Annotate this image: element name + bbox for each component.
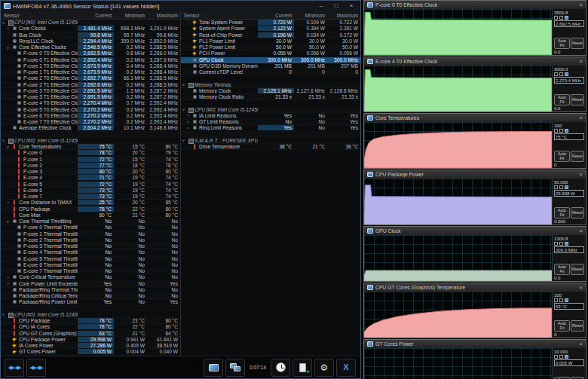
sensor-row[interactable]: P-core 3 T0 Effective Clock2,691.5 MHz1.…	[1, 88, 180, 94]
graph-titlebar[interactable]: P-core 0 T0 Effective Clock×	[364, 1, 586, 9]
sensor-row[interactable]: Rest-of-Chip Power0.196 W0.034 W0.172 W	[181, 32, 360, 38]
sensor-group-row[interactable]: vCPU [#0]: Intel Core i5-12450H: Perform…	[181, 107, 360, 113]
graph-checkbox[interactable]	[559, 129, 563, 133]
sensor-row[interactable]: Average Effective Clock2,604.2 MHz10.1 M…	[1, 125, 180, 131]
graph-checkbox[interactable]	[554, 129, 558, 133]
graph-titlebar[interactable]: CPU Package Power×	[364, 170, 586, 179]
sensor-row[interactable]: Package/Ring Thermal ThrottlingNoNoNo	[1, 287, 180, 293]
sensor-row[interactable]: E-core 673 °C19 °C74 °C	[1, 188, 180, 194]
sensor-row[interactable]: P-core 172 °C15 °C74 °C	[1, 157, 180, 163]
graph-checkbox[interactable]	[559, 242, 563, 246]
sensor-row[interactable]: vCore Effective Clocks2,546.5 MHz0.2 MHz…	[1, 44, 180, 50]
titlebar[interactable]: HWiNFO64 v7.36-4960 Sensor Status [141 v…	[1, 1, 360, 11]
graph-checkbox[interactable]	[559, 72, 563, 76]
sensor-row[interactable]: P-core 0 T0 Effective Clock2,692.5 MHz0.…	[1, 50, 180, 57]
sensor-row[interactable]: P-core 2 T1 Effective Clock2,692.6 MHz0.…	[1, 82, 180, 88]
sensor-row[interactable]: Ring/LLC Clock2,294.4 MHz399.0 MHz2,892.…	[1, 38, 180, 44]
sensor-row[interactable]: E-core 471 °C19 °C74 °C	[1, 175, 180, 181]
graph-checkbox[interactable]	[554, 242, 558, 246]
sensor-row[interactable]: E-core 5 Thermal ThrottlingNoNoNo	[1, 256, 180, 262]
graph-checkbox[interactable]	[565, 72, 568, 76]
sensor-row[interactable]: CPU IA Cores78 °C22 °C80 °C	[1, 324, 180, 330]
graph-checkbox[interactable]	[565, 129, 568, 133]
sensor-group-row[interactable]: vS.M.A.R.T. : FORESEE XP1000F512G (NE80.…	[181, 138, 360, 144]
graph-checkbox[interactable]	[559, 16, 563, 20]
sensor-row[interactable]: CPU Package78 °C23 °C80 °C	[1, 318, 180, 324]
sensor-row[interactable]: GT Cores Power0.005 W0.004 W0.040 W	[1, 349, 180, 355]
reset-button[interactable]: Reset	[571, 38, 584, 49]
close-icon[interactable]: ×	[579, 115, 583, 121]
sensor-row[interactable]: E-core 7 T0 Effective Clock2,270.2 MHz0.…	[1, 119, 180, 125]
graph-checkbox[interactable]	[565, 355, 568, 359]
sensor-row[interactable]: Memory Clock Ratio21.33 x21.33 x21.33 x	[181, 94, 360, 100]
sensor-row[interactable]: Memory Clock2,128.1 MHz2,127.6 MHz2,128.…	[181, 88, 360, 94]
minimize-button[interactable]: –	[317, 1, 326, 11]
auto-fit-button[interactable]: Auto Fit	[554, 151, 570, 162]
graph-checkbox[interactable]	[565, 298, 568, 302]
graph-titlebar[interactable]: GPU Clock×	[364, 227, 586, 235]
sensor-group-row[interactable]: vCPU [#0]: Intel Core i5-12450H: Enhance…	[1, 312, 180, 318]
reset-button[interactable]: Reset	[571, 151, 584, 162]
graph-titlebar[interactable]: GT Cores Power×	[364, 340, 586, 348]
sensor-row[interactable]: P-core 3 Thermal ThrottlingNoNoNo	[1, 243, 180, 249]
auto-fit-button[interactable]: Auto Fit	[554, 264, 570, 275]
close-icon[interactable]: ×	[579, 172, 583, 178]
auto-fit-button[interactable]: Auto Fit	[554, 38, 570, 49]
graph-checkbox[interactable]	[565, 16, 568, 20]
sensor-row[interactable]: E-core 6 T0 Effective Clock2,270.2 MHz0.…	[1, 113, 180, 119]
sensor-row[interactable]: >IA Limit ReasonsYesNoYes	[181, 113, 360, 119]
graph-titlebar[interactable]: Core Temperatures×	[364, 114, 586, 122]
reset-button[interactable]: Reset	[571, 94, 584, 105]
sensor-row[interactable]: P-core 1 T1 Effective Clock2,673.9 MHz0.…	[1, 69, 180, 75]
reset-button[interactable]: Reset	[571, 207, 584, 219]
shift-left-button[interactable]: ◀▶◀▶	[5, 359, 24, 377]
sensor-row[interactable]: >Ring Limit ReasonsYesNoYes	[181, 125, 360, 131]
sensor-row[interactable]: >Core Distance to TjMAX25 °C20 °C85 °C	[1, 200, 180, 206]
sensor-row[interactable]: IA Cores Power27.286 W0.409 W38.519 W	[1, 343, 180, 349]
sensor-row[interactable]: Current cTDP Level000	[181, 69, 360, 75]
sensor-row[interactable]: P-core 078 °C20 °C79 °C	[1, 150, 180, 156]
graph-checkbox[interactable]	[559, 185, 563, 189]
sensor-row[interactable]: CPU Package78 °C22 °C80 °C	[1, 206, 180, 212]
sensor-row[interactable]: vCore Temperatures75 °C15 °C80 °C	[1, 144, 180, 150]
auto-fit-button[interactable]: Auto Fit	[554, 94, 570, 105]
close-icon[interactable]: ×	[579, 2, 583, 8]
graph-checkbox[interactable]	[554, 185, 558, 189]
close-icon[interactable]: ×	[579, 341, 583, 347]
sensor-row[interactable]: P-core 1 Thermal ThrottlingNoNoNo	[1, 231, 180, 237]
close-icon[interactable]: ×	[579, 59, 583, 65]
graph-checkbox[interactable]	[565, 242, 568, 246]
sensor-group-row[interactable]: vCPU [#0]: Intel Core i5-12450H	[1, 20, 180, 26]
sensor-row[interactable]: Package/Ring Power Limit ExceededYesNoYe…	[1, 299, 180, 305]
sensor-row[interactable]: E-core 572 °C19 °C74 °C	[1, 182, 180, 188]
graph-checkbox[interactable]	[554, 72, 558, 76]
report-button[interactable]: +	[292, 359, 312, 377]
sensor-row[interactable]: E-core 4 Thermal ThrottlingNoNoNo	[1, 249, 180, 255]
sensor-row[interactable]: E-core 773 °C19 °C74 °C	[1, 194, 180, 200]
sensor-row[interactable]: Drive Temperature38 °C21 °C38 °C	[181, 144, 360, 150]
close-icon[interactable]: ×	[579, 285, 583, 291]
sensor-row[interactable]: GPU Clock300.0 MHz300.0 MHz300.0 MHz	[181, 57, 360, 63]
sensor-row[interactable]: CPU Package Power29.998 W0.941 W41.841 W	[1, 337, 180, 343]
graph-checkbox[interactable]	[554, 16, 558, 20]
sensor-row[interactable]: P-core 0 Thermal ThrottlingNoNoNo	[1, 225, 180, 231]
sensor-group-row[interactable]: vCPU [#0]: Intel Core i5-12450H: DTS	[1, 138, 180, 144]
shift-right-button[interactable]: ◀▶◀▶	[26, 359, 46, 377]
sensor-row[interactable]: GPU D3D Memory Dynamic201 MB201 MB207 MB	[181, 63, 360, 69]
graph-checkbox[interactable]	[559, 355, 563, 359]
sensor-row[interactable]: P-core 1 T0 Effective Clock2,673.9 MHz0.…	[1, 63, 180, 69]
auto-fit-button[interactable]: Auto Fit	[554, 320, 570, 332]
sensor-row[interactable]: P-core 277 °C18 °C78 °C	[1, 163, 180, 169]
sensor-row[interactable]: P-core 2 Thermal ThrottlingNoNoNo	[1, 237, 180, 243]
sensor-row[interactable]: PL2 Power Limit50.0 W50.0 W50.0 W	[181, 44, 360, 50]
sensor-row[interactable]: System Agent Power2.122 W0.394 W2.281 W	[181, 26, 360, 32]
graph-checkbox[interactable]	[559, 298, 563, 302]
sensor-row[interactable]: E-core 4 T0 Effective Clock2,270.4 MHz0.…	[1, 100, 180, 106]
reset-button[interactable]: Reset	[571, 264, 584, 275]
sensor-row[interactable]: Total System Power0.720 W0.109 W0.722 W	[181, 20, 360, 26]
sensor-row[interactable]: >GT Limit ReasonsNoNoYes	[181, 119, 360, 125]
sensor-group-row[interactable]: vMemory Timings	[181, 82, 360, 88]
reset-button[interactable]: Reset	[571, 320, 584, 332]
sensor-row[interactable]: Core Max80 °C21 °C80 °C	[1, 212, 180, 219]
clock-button[interactable]	[271, 359, 290, 377]
